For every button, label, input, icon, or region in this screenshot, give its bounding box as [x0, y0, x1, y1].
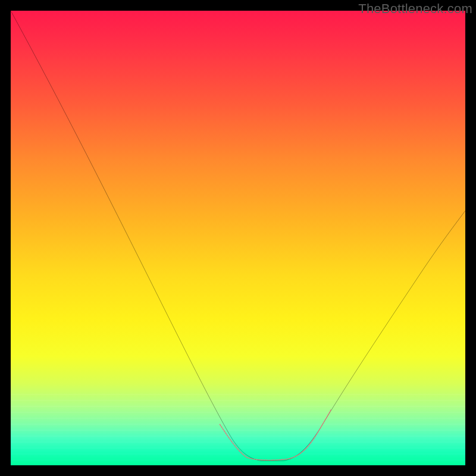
curve-layer: [11, 11, 465, 465]
watermark-text: TheBottleneck.com: [358, 1, 472, 17]
flat-region-overlay: [220, 409, 331, 460]
chart-frame: TheBottleneck.com: [0, 0, 476, 476]
plot-area: [11, 11, 465, 465]
bottleneck-curve: [11, 11, 465, 461]
